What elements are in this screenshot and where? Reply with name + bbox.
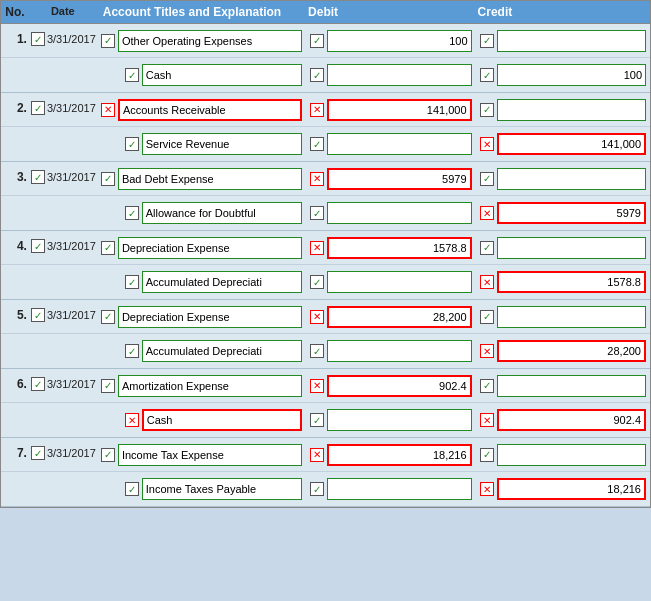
entry-date: ✓3/31/2017 [29, 162, 97, 186]
x-checkbox[interactable]: ✕ [310, 448, 324, 462]
check-checkbox[interactable]: ✓ [480, 68, 494, 82]
amount-field[interactable] [327, 478, 471, 500]
check-checkbox[interactable]: ✓ [480, 34, 494, 48]
entry-number: 2. [1, 93, 29, 117]
amount-field[interactable]: 141,000 [497, 133, 646, 155]
check-checkbox[interactable]: ✓ [31, 32, 45, 46]
check-checkbox[interactable]: ✓ [480, 379, 494, 393]
amount-field[interactable] [497, 444, 646, 466]
check-checkbox[interactable]: ✓ [31, 101, 45, 115]
check-checkbox[interactable]: ✓ [125, 275, 139, 289]
check-checkbox[interactable]: ✓ [31, 446, 45, 460]
amount-field[interactable] [327, 133, 471, 155]
amount-field[interactable] [497, 99, 646, 121]
amount-field[interactable]: 1578.8 [497, 271, 646, 293]
account-title-field[interactable]: Income Taxes Payable [142, 478, 302, 500]
amount-field[interactable] [497, 306, 646, 328]
x-checkbox[interactable]: ✕ [480, 413, 494, 427]
check-checkbox[interactable]: ✓ [31, 170, 45, 184]
account-title-field[interactable]: Income Tax Expense [118, 444, 302, 466]
debit-col: ✕1578.8 [306, 234, 475, 262]
check-checkbox[interactable]: ✓ [31, 308, 45, 322]
amount-field[interactable]: 902.4 [327, 375, 471, 397]
account-title-field[interactable]: Amortization Expense [118, 375, 302, 397]
amount-field[interactable] [327, 64, 471, 86]
x-checkbox[interactable]: ✕ [101, 103, 115, 117]
x-checkbox[interactable]: ✕ [310, 172, 324, 186]
check-checkbox[interactable]: ✓ [310, 344, 324, 358]
account-title-field[interactable]: Depreciation Expense [118, 306, 302, 328]
check-checkbox[interactable]: ✓ [101, 34, 115, 48]
check-checkbox[interactable]: ✓ [125, 482, 139, 496]
check-checkbox[interactable]: ✓ [310, 68, 324, 82]
check-checkbox[interactable]: ✓ [125, 206, 139, 220]
x-checkbox[interactable]: ✕ [310, 241, 324, 255]
x-checkbox[interactable]: ✕ [480, 137, 494, 151]
check-checkbox[interactable]: ✓ [310, 413, 324, 427]
amount-field[interactable]: 5979 [497, 202, 646, 224]
check-checkbox[interactable]: ✓ [310, 206, 324, 220]
amount-field[interactable] [497, 375, 646, 397]
check-checkbox[interactable]: ✓ [480, 103, 494, 117]
check-checkbox[interactable]: ✓ [101, 310, 115, 324]
x-checkbox[interactable]: ✕ [125, 413, 139, 427]
x-checkbox[interactable]: ✕ [480, 275, 494, 289]
table-row: ✓✕Cash✓✕902.4 [1, 403, 650, 437]
entry-date: ✓3/31/2017 [29, 93, 97, 117]
title-col: ✓Service Revenue [97, 130, 306, 158]
account-title-field[interactable]: Other Operating Expenses [118, 30, 302, 52]
x-checkbox[interactable]: ✕ [310, 310, 324, 324]
entry-group: 4.✓3/31/2017✓Depreciation Expense✕1578.8… [1, 231, 650, 300]
check-checkbox[interactable]: ✓ [101, 448, 115, 462]
check-checkbox[interactable]: ✓ [310, 482, 324, 496]
check-checkbox[interactable]: ✓ [480, 241, 494, 255]
check-checkbox[interactable]: ✓ [125, 137, 139, 151]
x-checkbox[interactable]: ✕ [480, 482, 494, 496]
check-checkbox[interactable]: ✓ [310, 137, 324, 151]
x-checkbox[interactable]: ✕ [480, 206, 494, 220]
amount-field[interactable]: 100 [327, 30, 471, 52]
amount-field[interactable] [327, 202, 471, 224]
check-checkbox[interactable]: ✓ [310, 34, 324, 48]
account-title-field[interactable]: Service Revenue [142, 133, 302, 155]
check-checkbox[interactable]: ✓ [101, 241, 115, 255]
check-checkbox[interactable]: ✓ [101, 172, 115, 186]
entry-group: 6.✓3/31/2017✓Amortization Expense✕902.4✓… [1, 369, 650, 438]
amount-field[interactable] [497, 30, 646, 52]
amount-field[interactable]: 100 [497, 64, 646, 86]
amount-field[interactable]: 902.4 [497, 409, 646, 431]
amount-field[interactable]: 141,000 [327, 99, 471, 121]
check-checkbox[interactable]: ✓ [101, 379, 115, 393]
amount-field[interactable] [497, 237, 646, 259]
amount-field[interactable]: 18,216 [497, 478, 646, 500]
amount-field[interactable]: 28,200 [497, 340, 646, 362]
account-title-field[interactable]: Accounts Receivable [118, 99, 302, 121]
check-checkbox[interactable]: ✓ [125, 344, 139, 358]
x-checkbox[interactable]: ✕ [310, 103, 324, 117]
amount-field[interactable] [327, 409, 471, 431]
check-checkbox[interactable]: ✓ [31, 239, 45, 253]
account-title-field[interactable]: Allowance for Doubtful [142, 202, 302, 224]
account-title-field[interactable]: Cash [142, 64, 302, 86]
account-title-field[interactable]: Bad Debt Expense [118, 168, 302, 190]
check-checkbox[interactable]: ✓ [125, 68, 139, 82]
amount-field[interactable] [497, 168, 646, 190]
check-checkbox[interactable]: ✓ [480, 310, 494, 324]
amount-field[interactable]: 5979 [327, 168, 471, 190]
amount-field[interactable]: 18,216 [327, 444, 471, 466]
amount-field[interactable] [327, 340, 471, 362]
account-title-field[interactable]: Depreciation Expense [118, 237, 302, 259]
check-checkbox[interactable]: ✓ [480, 448, 494, 462]
check-checkbox[interactable]: ✓ [480, 172, 494, 186]
x-checkbox[interactable]: ✕ [480, 344, 494, 358]
account-title-field[interactable]: Cash [142, 409, 302, 431]
account-title-field[interactable]: Accumulated Depreciati [142, 340, 302, 362]
amount-field[interactable]: 1578.8 [327, 237, 471, 259]
account-title-field[interactable]: Accumulated Depreciati [142, 271, 302, 293]
check-checkbox[interactable]: ✓ [31, 377, 45, 391]
x-checkbox[interactable]: ✕ [310, 379, 324, 393]
amount-field[interactable]: 28,200 [327, 306, 471, 328]
date-text: 3/31/2017 [47, 240, 96, 252]
check-checkbox[interactable]: ✓ [310, 275, 324, 289]
amount-field[interactable] [327, 271, 471, 293]
